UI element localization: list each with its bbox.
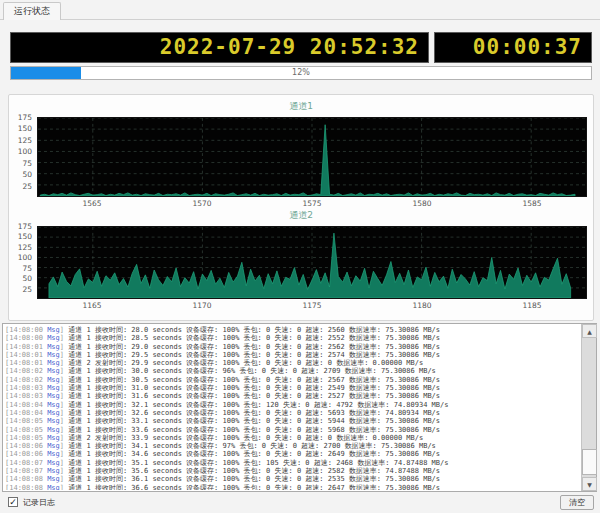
log-line: [14:08:02 Msg] 通道 1 接收时间: 30.0 seconds 设…: [5, 367, 579, 375]
y-tick-label: 125: [18, 135, 32, 144]
log-message: 通道 1 接收时间: 28.0 seconds 设备缓存: 100% 丢包: 0…: [68, 326, 440, 334]
log-line: [14:08:08 Msg] 通道 1 接收时间: 36.6 seconds 设…: [5, 484, 579, 490]
log-timestamp: [14:08:01: [5, 343, 47, 351]
chart2-y-axis: 255075100125150175: [9, 226, 35, 299]
log-tag: Msg: [47, 343, 60, 351]
log-timestamp: [14:08:03: [5, 392, 47, 400]
chart1-y-axis: 255075100125150175: [9, 117, 35, 197]
log-line: [14:08:08 Msg] 通道 1 接收时间: 36.1 seconds 设…: [5, 475, 579, 483]
log-timestamp: [14:08:08: [5, 475, 47, 483]
elapsed-time-display: 00:00:37: [434, 32, 592, 63]
x-tick-label: 1175: [302, 301, 321, 310]
log-bracket: ]: [60, 359, 68, 367]
y-tick-label: 75: [22, 158, 32, 167]
x-tick-label: 1585: [522, 199, 541, 208]
log-message: 通道 1 接收时间: 33.6 seconds 设备缓存: 100% 丢包: 0…: [68, 426, 440, 434]
y-tick-label: 175: [18, 113, 32, 122]
log-tag: Msg: [47, 426, 60, 434]
log-timestamp: [14:08:02: [5, 376, 47, 384]
progress-bar: 12%: [10, 66, 592, 80]
log-bracket: ]: [60, 459, 68, 467]
log-message: 通道 1 接收时间: 31.6 seconds 设备缓存: 100% 丢包: 0…: [68, 392, 440, 400]
log-message: 通道 2 发射时间: 29.9 seconds 设备缓存: 100% 丢包: 0…: [68, 359, 423, 367]
x-tick-label: 1580: [412, 199, 431, 208]
log-message: 通道 1 接收时间: 32.6 seconds 设备缓存: 100% 丢包: 0…: [68, 409, 440, 417]
log-line: [14:08:04 Msg] 通道 1 接收时间: 32.1 seconds 设…: [5, 401, 579, 409]
log-tag: Msg: [47, 409, 60, 417]
log-timestamp: [14:08:05: [5, 434, 47, 442]
log-timestamp: [14:08:01: [5, 351, 47, 359]
log-line: [14:08:05 Msg] 通道 1 接收时间: 33.6 seconds 设…: [5, 426, 579, 434]
log-scrollbar[interactable]: ▲ ▼: [581, 324, 596, 491]
y-tick-label: 150: [18, 232, 32, 241]
log-message: 通道 1 接收时间: 32.1 seconds 设备缓存: 100% 丢包: 1…: [68, 401, 448, 409]
log-line: [14:08:00 Msg] 通道 1 接收时间: 28.5 seconds 设…: [5, 334, 579, 342]
log-bracket: ]: [60, 467, 68, 475]
log-bracket: ]: [60, 442, 68, 450]
log-tag: Msg: [47, 326, 60, 334]
record-log-checkbox[interactable]: ✓: [8, 497, 18, 507]
log-tag: Msg: [47, 392, 60, 400]
log-timestamp: [14:08:05: [5, 417, 47, 425]
log-message: 通道 1 接收时间: 28.5 seconds 设备缓存: 100% 丢包: 0…: [68, 334, 440, 342]
chart2-title: 通道2: [9, 209, 593, 222]
scrollbar-down-arrow-icon[interactable]: ▼: [582, 477, 597, 491]
datetime-clock-display: 2022-07-29 20:52:32: [10, 32, 429, 63]
log-message: 通道 1 接收时间: 30.5 seconds 设备缓存: 100% 丢包: 0…: [68, 376, 440, 384]
log-timestamp: [14:08:04: [5, 409, 47, 417]
log-timestamp: [14:08:02: [5, 367, 47, 375]
log-tag: Msg: [47, 475, 60, 483]
log-message: 通道 1 接收时间: 35.1 seconds 设备缓存: 100% 丢包: 1…: [68, 459, 448, 467]
record-log-label: 记录日志: [23, 497, 55, 508]
y-tick-label: 25: [22, 284, 32, 293]
log-tag: Msg: [47, 417, 60, 425]
y-tick-label: 175: [18, 222, 32, 231]
log-bracket: ]: [60, 417, 68, 425]
log-line: [14:08:03 Msg] 通道 1 接收时间: 31.6 seconds 设…: [5, 392, 579, 400]
log-bracket: ]: [60, 401, 68, 409]
log-timestamp: [14:08:00: [5, 334, 47, 342]
log-tag: Msg: [47, 467, 60, 475]
log-timestamp: [14:08:08: [5, 484, 47, 490]
log-timestamp: [14:08:03: [5, 384, 47, 392]
chart1-plot[interactable]: [37, 117, 587, 197]
scrollbar-thumb[interactable]: [582, 449, 597, 475]
log-tag: Msg: [47, 351, 60, 359]
log-tag: Msg: [47, 334, 60, 342]
log-line: [14:08:07 Msg] 通道 1 接收时间: 35.1 seconds 设…: [5, 459, 579, 467]
chart2-plot[interactable]: [37, 226, 587, 299]
log-message: 通道 1 接收时间: 36.1 seconds 设备缓存: 100% 丢包: 0…: [68, 475, 440, 483]
log-bracket: ]: [60, 484, 68, 490]
log-timestamp: [14:08:07: [5, 467, 47, 475]
log-tag: Msg: [47, 484, 60, 490]
y-tick-label: 50: [22, 274, 32, 283]
log-timestamp: [14:08:05: [5, 426, 47, 434]
tab-running-status[interactable]: 运行状态: [3, 2, 61, 20]
log-bracket: ]: [60, 334, 68, 342]
log-message: 通道 1 接收时间: 29.5 seconds 设备缓存: 100% 丢包: 0…: [68, 351, 440, 359]
y-tick-label: 75: [22, 263, 32, 272]
log-message: 通道 1 接收时间: 29.0 seconds 设备缓存: 100% 丢包: 0…: [68, 343, 440, 351]
log-tag: Msg: [47, 384, 60, 392]
log-tag: Msg: [47, 459, 60, 467]
log-tag: Msg: [47, 367, 60, 375]
log-bracket: ]: [60, 367, 68, 375]
log-bracket: ]: [60, 409, 68, 417]
log-bracket: ]: [60, 376, 68, 384]
log-message: 通道 2 发射时间: 33.9 seconds 设备缓存: 100% 丢包: 0…: [68, 434, 423, 442]
log-bracket: ]: [60, 343, 68, 351]
log-bracket: ]: [60, 384, 68, 392]
log-timestamp: [14:08:07: [5, 459, 47, 467]
x-tick-label: 1565: [82, 199, 101, 208]
log-bracket: ]: [60, 392, 68, 400]
scrollbar-up-arrow-icon[interactable]: ▲: [582, 324, 597, 338]
footer-bar: ✓ 记录日志 清空: [0, 492, 600, 513]
log-tag: Msg: [47, 359, 60, 367]
clear-log-button[interactable]: 清空: [560, 495, 594, 510]
log-line: [14:08:05 Msg] 通道 1 接收时间: 33.1 seconds 设…: [5, 417, 579, 425]
log-message: 通道 1 接收时间: 34.6 seconds 设备缓存: 100% 丢包: 0…: [68, 450, 440, 458]
log-tag: Msg: [47, 442, 60, 450]
log-tag: Msg: [47, 401, 60, 409]
log-message: 通道 1 接收时间: 31.0 seconds 设备缓存: 100% 丢包: 0…: [68, 384, 440, 392]
log-lines-list[interactable]: [14:08:00 Msg] 通道 1 接收时间: 28.0 seconds 设…: [5, 326, 579, 490]
